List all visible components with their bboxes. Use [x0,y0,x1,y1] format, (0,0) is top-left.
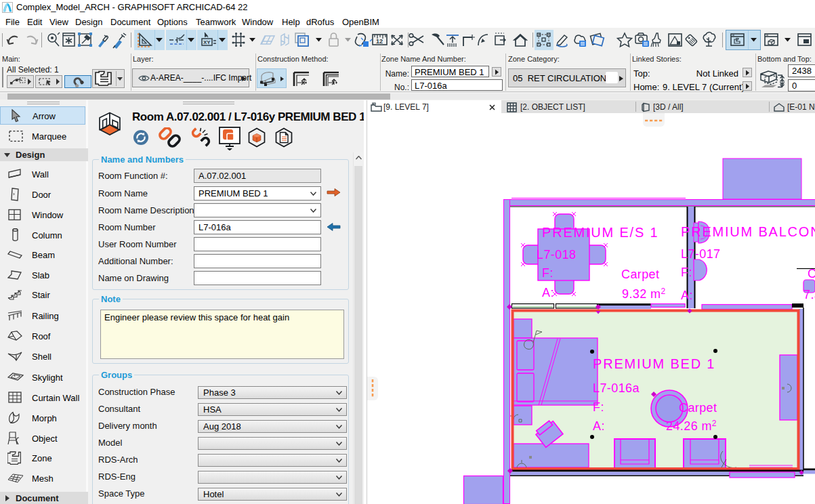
svg-text:F:: F: [681,266,692,279]
svg-text:F:: F: [542,266,553,280]
svg-text:A:: A: [681,289,693,302]
svg-text:9.32 m2: 9.32 m2 [622,287,666,301]
svg-text:L7-016a: L7-016a [593,381,640,395]
svg-text:PREMIUM E/S 1: PREMIUM E/S 1 [542,225,659,240]
svg-text:Carpet: Carpet [679,401,717,415]
svg-text:7.3: 7.3 [803,288,815,301]
svg-text:24.26 m2: 24.26 m2 [666,419,717,433]
svg-text:L7-017: L7-017 [681,247,720,261]
svg-text:PREMIUM BALCONY: PREMIUM BALCONY [681,224,815,239]
svg-text:Ca: Ca [808,267,815,280]
svg-text:A:: A: [542,286,554,299]
svg-text:F:: F: [593,400,604,414]
svg-text:Carpet: Carpet [621,268,659,281]
svg-text:XY: XY [203,39,211,45]
svg-text:12: 12 [376,38,383,45]
svg-text:A:: A: [593,419,605,433]
svg-text:PREMIUM BED 1: PREMIUM BED 1 [593,356,715,371]
svg-text:L7-018: L7-018 [537,248,576,261]
